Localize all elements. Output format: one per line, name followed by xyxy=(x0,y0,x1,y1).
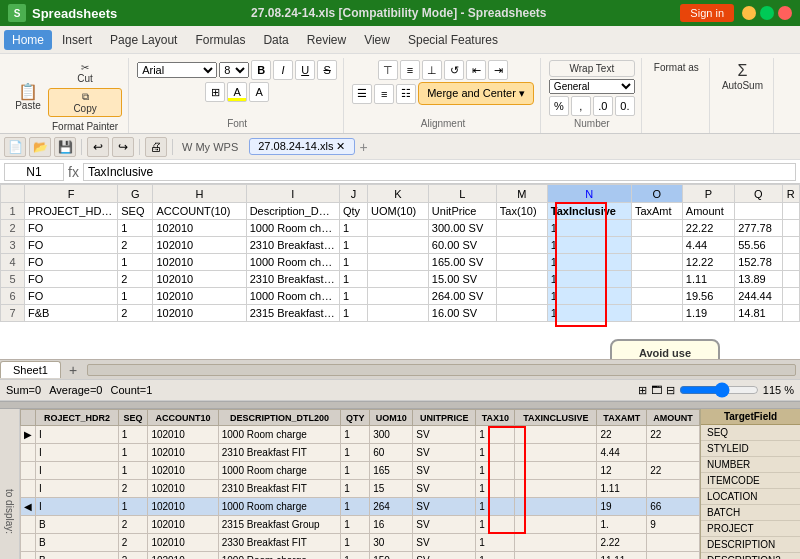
cell-L6[interactable]: 264.00 SV xyxy=(428,288,496,305)
data-cell[interactable]: 12 xyxy=(597,462,647,480)
cell-J6[interactable]: 1 xyxy=(339,288,367,305)
cell-N6[interactable]: 1 xyxy=(547,288,631,305)
sign-in-button[interactable]: Sign in xyxy=(680,4,734,22)
paste-button[interactable]: 📋 Paste xyxy=(10,82,46,113)
data-cell[interactable]: 1. xyxy=(597,516,647,534)
cell-F3[interactable]: FO xyxy=(25,237,118,254)
cell-M5[interactable] xyxy=(496,271,547,288)
cell-F2[interactable]: FO xyxy=(25,220,118,237)
cell-H4[interactable]: 102010 xyxy=(153,254,246,271)
data-cell[interactable]: 11.11 xyxy=(597,552,647,560)
cell-O3[interactable] xyxy=(631,237,682,254)
col-taxamt-header[interactable]: TAXAMT xyxy=(597,410,647,426)
col-seq-header[interactable]: SEQ xyxy=(118,410,148,426)
data-cell[interactable]: SV xyxy=(413,426,476,444)
cell-M7[interactable] xyxy=(496,305,547,322)
cell-H5[interactable]: 102010 xyxy=(153,271,246,288)
cell-P2[interactable]: 22.22 xyxy=(682,220,734,237)
number-format-select[interactable]: General xyxy=(549,79,635,94)
data-cell[interactable]: SV xyxy=(413,498,476,516)
menu-data[interactable]: Data xyxy=(255,30,296,50)
data-cell[interactable]: 1 xyxy=(476,516,515,534)
data-cell[interactable] xyxy=(21,462,36,480)
cell-G7[interactable]: 2 xyxy=(118,305,153,322)
cell-N2[interactable]: 1 xyxy=(547,220,631,237)
align-top-button[interactable]: ⊤ xyxy=(378,60,398,80)
cell-F4[interactable]: FO xyxy=(25,254,118,271)
format-as-button[interactable]: Format as xyxy=(650,60,703,75)
horizontal-scrollbar[interactable] xyxy=(87,364,796,376)
cell-K7[interactable] xyxy=(367,305,428,322)
cell-R7[interactable] xyxy=(782,305,799,322)
cell-K4[interactable] xyxy=(367,254,428,271)
data-cell[interactable]: 15 xyxy=(370,480,413,498)
right-panel-item[interactable]: DESCRIPTION2 xyxy=(701,553,800,559)
font-name-select[interactable]: Arial xyxy=(137,62,217,78)
data-cell[interactable]: 22 xyxy=(647,462,700,480)
data-cell[interactable]: 1 xyxy=(118,462,148,480)
data-cell[interactable]: I xyxy=(36,498,119,516)
view-normal-icon[interactable]: ⊞ xyxy=(638,384,647,397)
save-button[interactable]: 💾 xyxy=(54,137,76,157)
data-cell[interactable]: B xyxy=(36,552,119,560)
cell-K1[interactable]: UOM(10) xyxy=(367,203,428,220)
col-qty-header[interactable]: QTY xyxy=(341,410,370,426)
data-cell[interactable]: 1000 Room charge xyxy=(218,462,340,480)
data-cell[interactable] xyxy=(647,552,700,560)
col-header-O[interactable]: O xyxy=(631,185,682,203)
data-cell[interactable] xyxy=(515,552,597,560)
col-acc-header[interactable]: ACCOUNT10 xyxy=(148,410,218,426)
data-cell[interactable]: 1.11 xyxy=(597,480,647,498)
cell-O7[interactable] xyxy=(631,305,682,322)
data-cell[interactable] xyxy=(647,444,700,462)
cell-K2[interactable] xyxy=(367,220,428,237)
cell-Q3[interactable]: 55.56 xyxy=(735,237,782,254)
data-cell[interactable] xyxy=(515,516,597,534)
cell-N4[interactable]: 1 xyxy=(547,254,631,271)
data-cell[interactable]: 1 xyxy=(476,480,515,498)
data-cell[interactable]: 9 xyxy=(647,516,700,534)
data-cell[interactable]: 1 xyxy=(341,426,370,444)
cell-P6[interactable]: 19.56 xyxy=(682,288,734,305)
zoom-slider[interactable] xyxy=(679,382,759,398)
minimize-button[interactable] xyxy=(742,6,756,20)
col-amount-header[interactable]: AMOUNT xyxy=(647,410,700,426)
data-cell[interactable]: 2310 Breakfast FIT xyxy=(218,444,340,462)
format-painter-button[interactable]: Format Painter xyxy=(48,119,122,134)
cell-J4[interactable]: 1 xyxy=(339,254,367,271)
data-cell[interactable] xyxy=(515,444,597,462)
cell-L3[interactable]: 60.00 SV xyxy=(428,237,496,254)
strikethrough-button[interactable]: S xyxy=(317,60,337,80)
cell-I2[interactable]: 1000 Room charge xyxy=(246,220,339,237)
col-header-H[interactable]: H xyxy=(153,185,246,203)
data-cell[interactable]: 102010 xyxy=(148,498,218,516)
data-cell[interactable]: 1 xyxy=(341,516,370,534)
data-cell[interactable]: 1 xyxy=(476,462,515,480)
col-header-J[interactable]: J xyxy=(339,185,367,203)
data-cell[interactable]: 1 xyxy=(476,534,515,552)
menu-home[interactable]: Home xyxy=(4,30,52,50)
menu-insert[interactable]: Insert xyxy=(54,30,100,50)
data-cell[interactable]: ◀ xyxy=(21,498,36,516)
data-cell[interactable]: 1000 Room charge xyxy=(218,426,340,444)
open-button[interactable]: 📂 xyxy=(29,137,51,157)
cell-I1[interactable]: Description_DTL(200) xyxy=(246,203,339,220)
col-header-G[interactable]: G xyxy=(118,185,153,203)
col-uom10-header[interactable]: UOM10 xyxy=(370,410,413,426)
cell-Q6[interactable]: 244.44 xyxy=(735,288,782,305)
cell-P3[interactable]: 4.44 xyxy=(682,237,734,254)
right-panel-item[interactable]: SEQ xyxy=(701,425,800,441)
cell-L5[interactable]: 15.00 SV xyxy=(428,271,496,288)
col-header-Q[interactable]: Q xyxy=(735,185,782,203)
close-button[interactable] xyxy=(778,6,792,20)
italic-button[interactable]: I xyxy=(273,60,293,80)
cell-G6[interactable]: 1 xyxy=(118,288,153,305)
indent-increase-button[interactable]: ⇥ xyxy=(488,60,508,80)
data-cell[interactable]: ▶ xyxy=(21,426,36,444)
data-cell[interactable]: 102010 xyxy=(148,552,218,560)
data-cell[interactable] xyxy=(647,534,700,552)
col-header-M[interactable]: M xyxy=(496,185,547,203)
right-panel-item[interactable]: STYLEID xyxy=(701,441,800,457)
cell-N5[interactable]: 1 xyxy=(547,271,631,288)
cell-J1[interactable]: Qty xyxy=(339,203,367,220)
